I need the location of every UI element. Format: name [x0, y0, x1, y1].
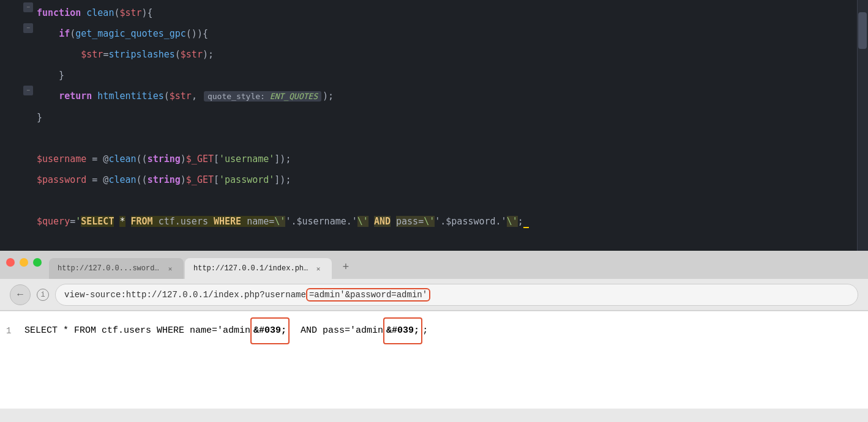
source-text-highlighted1: &#039; — [250, 317, 290, 344]
tab-bar: http://127.0.0...sword=admin%27 ✕ http:/… — [0, 251, 868, 279]
scrollbar-thumb[interactable] — [858, 12, 867, 49]
info-icon: i — [40, 291, 45, 299]
source-line-1: 1 SELECT * FROM ctf.users WHERE name='ad… — [0, 317, 868, 344]
add-tab-btn[interactable]: + — [337, 258, 355, 276]
window-close-btn[interactable] — [6, 258, 15, 267]
browser-tab-2[interactable]: http://127.0.0.1/index.php?user... ✕ — [185, 258, 332, 279]
source-text-highlighted2: &#039; — [383, 317, 422, 344]
tab-2-close-btn[interactable]: ✕ — [313, 264, 323, 273]
fold-indicator-3[interactable]: − — [23, 86, 33, 95]
source-line-num: 1 — [6, 319, 11, 342]
window-maximize-btn[interactable] — [33, 258, 42, 267]
line-numbers — [0, 0, 34, 251]
code-content: function clean($str){ if(get_magic_quote… — [37, 0, 868, 251]
address-text-highlighted: =admin'&password=admin' — [306, 288, 430, 302]
fold-indicator-1[interactable]: − — [23, 2, 33, 12]
source-text-before: SELECT * FROM ctf.users WHERE name='admi… — [24, 319, 250, 342]
info-button[interactable]: i — [37, 289, 49, 301]
window-controls — [6, 258, 42, 267]
address-text-before: view-source:http://127.0.0.1/index.php?u… — [64, 290, 306, 300]
window-minimize-btn[interactable] — [20, 258, 28, 267]
address-bar[interactable]: view-source:http://127.0.0.1/index.php?u… — [55, 284, 858, 306]
tab-2-label: http://127.0.0.1/index.php?user... — [193, 264, 309, 273]
tab-bar-tabs: http://127.0.0...sword=admin%27 ✕ http:/… — [49, 258, 355, 279]
source-text-after: ; — [422, 319, 428, 342]
tab-1-label: http://127.0.0...sword=admin%27 — [58, 264, 160, 273]
address-bar-container: view-source:http://127.0.0.1/index.php?u… — [55, 284, 858, 306]
code-editor: − − − function clean($str){ if(get_magic… — [0, 0, 868, 251]
fold-indicator-2[interactable]: − — [23, 23, 33, 33]
tab-1-close-btn[interactable]: ✕ — [165, 264, 175, 273]
back-arrow-icon: ← — [17, 289, 23, 300]
view-source-area: 1 SELECT * FROM ctf.users WHERE name='ad… — [0, 311, 868, 409]
back-button[interactable]: ← — [10, 284, 31, 305]
source-text-middle: AND pass='admin — [290, 319, 383, 342]
editor-scrollbar[interactable] — [857, 0, 868, 251]
address-bar-row: ← i view-source:http://127.0.0.1/index.p… — [0, 279, 868, 311]
browser-tab-1[interactable]: http://127.0.0...sword=admin%27 ✕ — [49, 258, 184, 279]
browser-chrome: http://127.0.0...sword=admin%27 ✕ http:/… — [0, 251, 868, 422]
